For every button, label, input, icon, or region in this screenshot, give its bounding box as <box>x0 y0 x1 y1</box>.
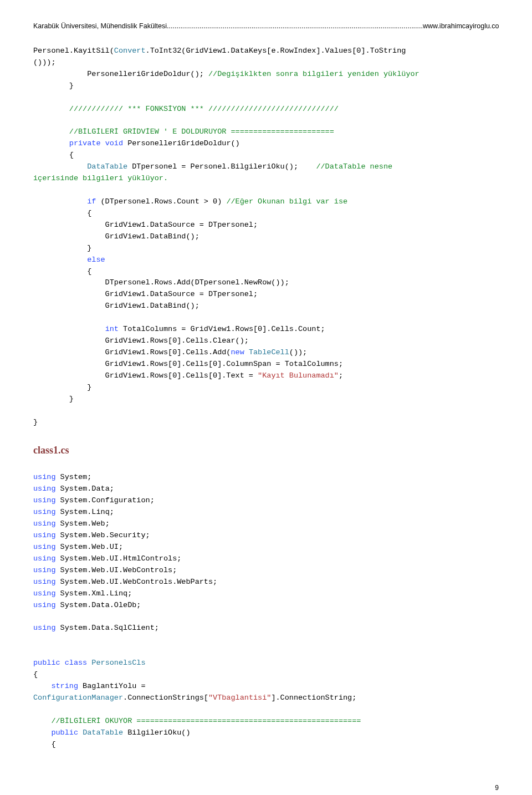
header-dots: ........................................… <box>167 22 423 30</box>
header-right: www.ibrahimcayiroglu.com <box>423 22 499 30</box>
code-block-1: Personel.KayitSil(Convert.ToInt32(GridVi… <box>33 45 499 428</box>
page-header: Karabük Üniversitesi, Mühendislik Fakült… <box>33 22 499 30</box>
page-number: 9 <box>33 784 499 792</box>
header-left: Karabük Üniversitesi, Mühendislik Fakült… <box>33 22 167 30</box>
section-heading-class1: class1.cs <box>33 445 499 456</box>
code-block-2: using System; using System.Data; using S… <box>33 472 499 750</box>
